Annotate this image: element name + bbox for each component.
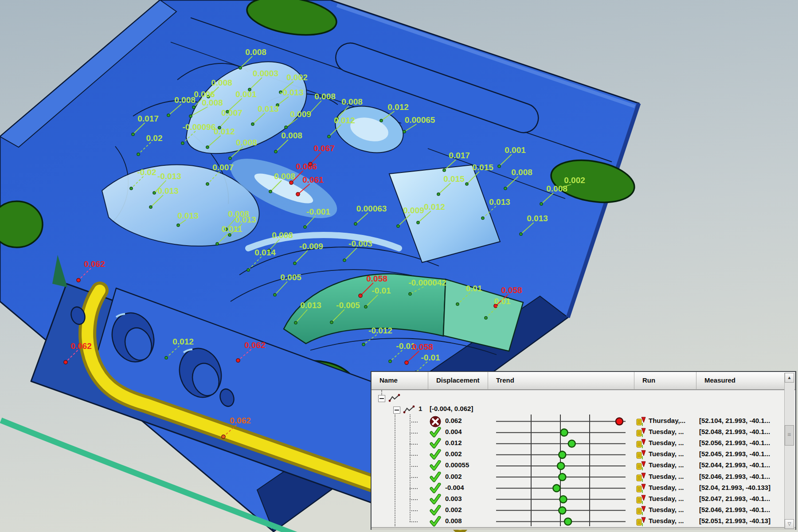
table-row[interactable]: 0.002Tuesday, ...[52.045, 21.993, -40.1.… <box>372 449 786 460</box>
column-header-run[interactable]: Run <box>634 372 696 390</box>
table-header: Name Displacement Trend Run Measured <box>372 372 795 390</box>
column-header-name[interactable]: Name <box>372 372 428 390</box>
annotation-label[interactable]: 0.014 <box>254 248 276 257</box>
table-row[interactable]: 0.002Tuesday, ...[52.046, 21.993, -40.1.… <box>372 505 786 516</box>
annotation-label[interactable]: 0.013 <box>177 211 199 220</box>
annotation-label[interactable]: 0.008 <box>236 138 257 147</box>
annotation-label[interactable]: 0.012 <box>214 127 235 136</box>
measured-value: [52.045, 21.993, -40.1... <box>699 450 783 458</box>
table-row[interactable]: 0.004Tuesday, ...[52.048, 21.993, -40.1.… <box>372 427 786 438</box>
annotation-label[interactable]: 0.008 <box>274 172 295 181</box>
annotation-label[interactable]: 0.067 <box>313 144 335 153</box>
column-header-displacement[interactable]: Displacement <box>428 372 488 390</box>
annotation-label[interactable]: 0.012 <box>334 116 355 125</box>
column-header-trend[interactable]: Trend <box>488 372 634 390</box>
run-date: Tuesday, ... <box>649 450 684 458</box>
annotation-label[interactable]: 0.008 <box>245 47 266 57</box>
annotation-label[interactable]: 0.013 <box>258 104 279 113</box>
annotation-label[interactable]: 0.058 <box>412 342 433 352</box>
annotation-label[interactable]: 0.008 <box>511 168 532 177</box>
annotation-label[interactable]: -0.013 <box>157 172 181 181</box>
annotation-label[interactable]: 0.013 <box>235 215 256 224</box>
annotation-label[interactable]: -0.013 <box>155 186 179 196</box>
trend-group-icon <box>388 393 401 403</box>
table-row[interactable]: -0.004Tuesday, ...[52.04, 21.993, -40.13… <box>372 483 786 494</box>
annotation-label[interactable]: 0.015 <box>443 174 465 184</box>
scroll-down-button[interactable]: ▽ <box>785 519 794 529</box>
scroll-thumb[interactable] <box>785 425 794 446</box>
scroll-up-button[interactable]: ▲ <box>785 373 794 383</box>
annotation-label[interactable]: 0.007 <box>212 163 234 172</box>
annotation-label[interactable]: 0.017 <box>449 151 470 160</box>
tree-root-row[interactable] <box>372 393 786 404</box>
results-table: Name Displacement Trend Run Measured <box>371 372 796 529</box>
table-row[interactable]: 0.003Tuesday, ...[52.047, 21.993, -40.1.… <box>372 494 786 505</box>
annotation-label[interactable]: 0.008 <box>546 184 567 193</box>
table-row[interactable]: 0.002Tuesday, ...[52.046, 21.993, -40.1.… <box>372 472 786 483</box>
table-row[interactable]: 0.062Thursday,...[52.104, 21.993, -40.1.… <box>372 416 786 427</box>
annotation-label[interactable]: -0.012 <box>368 326 392 335</box>
pass-icon <box>430 438 441 450</box>
annotation-label[interactable]: 0.006 <box>194 90 215 99</box>
annotation-label[interactable]: 0.017 <box>137 114 159 123</box>
annotation-label[interactable]: -0.001 <box>306 207 330 216</box>
annotation-label[interactable]: 0.009 <box>290 110 311 119</box>
pass-icon <box>430 516 441 527</box>
table-row[interactable]: 0.012Tuesday, ...[52.056, 21.993, -40.1.… <box>372 438 786 449</box>
vertical-scrollbar[interactable]: ▲ ▽ <box>784 373 794 529</box>
annotation-label[interactable]: 0.012 <box>424 202 445 211</box>
annotation-label[interactable]: 0.058 <box>501 286 522 295</box>
annotation-label[interactable]: 0.001 <box>235 90 257 99</box>
annotation-label[interactable]: -0.013 <box>280 88 304 97</box>
annotation-label[interactable]: 0.00063 <box>356 204 387 213</box>
annotation-label[interactable]: 0.061 <box>302 175 324 184</box>
annotation-label[interactable]: 0.009 <box>403 206 424 215</box>
annotation-label[interactable]: 0.0003 <box>253 69 278 78</box>
annotation-label[interactable]: 0.02 <box>146 133 163 143</box>
annotation-label[interactable]: 0.002 <box>564 176 585 185</box>
annotation-label[interactable]: 0.008 <box>211 78 232 87</box>
annotation-label[interactable]: 0.002 <box>286 73 308 82</box>
table-row[interactable]: 0.00055Tuesday, ...[52.044, 21.993, -40.… <box>372 460 786 471</box>
annotation-label[interactable]: 0.066 <box>296 162 317 171</box>
annotation-label[interactable]: 0.012 <box>387 102 409 112</box>
annotation-label[interactable]: 0.062 <box>84 259 105 269</box>
annotation-label[interactable]: 0.005 <box>280 273 301 282</box>
annotation-label[interactable]: -0.005 <box>336 301 360 310</box>
annotation-label[interactable]: 0.062 <box>230 416 251 425</box>
annotation-label[interactable]: -0.000042 <box>408 278 446 287</box>
annotation-label[interactable]: 0.013 <box>527 214 548 223</box>
annotation-label[interactable]: 0.013 <box>300 301 321 310</box>
annotation-label[interactable]: 0.011 <box>222 224 243 234</box>
annotation-label[interactable]: -0.009 <box>299 242 323 251</box>
annotation-label[interactable]: 0.062 <box>244 340 266 350</box>
annotation-label[interactable]: 0.008 <box>314 92 336 101</box>
collapse-icon[interactable] <box>393 407 400 414</box>
annotation-label[interactable]: 0.007 <box>221 108 243 117</box>
annotation-label[interactable]: 0.062 <box>70 341 92 351</box>
annotation-label[interactable]: -0.00096 <box>182 122 215 132</box>
pass-icon <box>430 472 441 484</box>
annotation-label[interactable]: 0.008 <box>174 95 196 105</box>
annotation-label[interactable]: 0.015 <box>472 163 493 172</box>
column-header-measured[interactable]: Measured <box>696 372 795 390</box>
annotation-label[interactable]: 0.008 <box>281 131 302 140</box>
annotation-label[interactable]: 0.01 <box>466 284 482 293</box>
annotation-label[interactable]: -0.003 <box>348 239 372 248</box>
annotation-label[interactable]: -0.01 <box>421 353 440 362</box>
annotation-label[interactable]: -0.02 <box>137 168 156 177</box>
annotation-label[interactable]: 0.01 <box>494 297 511 306</box>
annotation-label[interactable]: 0.058 <box>366 274 387 283</box>
annotation-label[interactable]: 0.013 <box>489 197 510 207</box>
annotation-label[interactable]: 0.008 <box>341 97 363 106</box>
annotation-label[interactable]: 0.008 <box>202 98 223 107</box>
table-row[interactable]: 0.008Tuesday, ...[52.051, 21.993, -40.13… <box>372 516 786 527</box>
collapse-icon[interactable] <box>378 395 385 402</box>
annotation-label[interactable]: 0.012 <box>172 337 194 346</box>
annotation-label[interactable]: -0.01 <box>372 286 391 295</box>
tree-group-row[interactable]: 1 [-0.004, 0.062] <box>372 404 786 415</box>
annotation-label[interactable]: 0.008 <box>272 231 293 240</box>
annotation-label[interactable]: 0.001 <box>505 145 526 155</box>
annotation-label[interactable]: 0.00065 <box>405 115 435 125</box>
displacement-value: -0.004 <box>445 484 464 491</box>
